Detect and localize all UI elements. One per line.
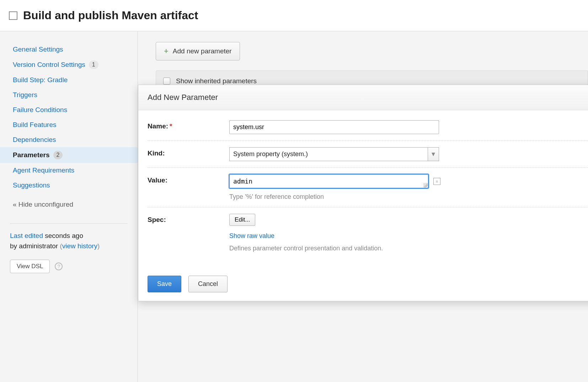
main-content: + Add new parameter Show inherited param…	[138, 31, 588, 382]
sidebar-divider	[10, 223, 128, 224]
value-hint: Type '%' for reference completion	[229, 193, 588, 201]
sidebar-item-label: Version Control Settings	[13, 61, 85, 69]
last-edited-info: Last edited seconds ago by administrator…	[0, 231, 138, 251]
sidebar-item-failure-conditions[interactable]: Failure Conditions	[0, 102, 138, 117]
name-label: Name:*	[148, 120, 229, 130]
value-input[interactable]	[229, 174, 428, 188]
sidebar-item-version-control-settings[interactable]: Version Control Settings1	[0, 57, 138, 73]
chevron-down-icon: ▼	[428, 147, 439, 161]
kind-label: Kind:	[148, 147, 229, 157]
dialog-header: Add New Parameter ✕	[138, 85, 588, 110]
sidebar-item-dependencies[interactable]: Dependencies	[0, 132, 138, 147]
sidebar-item-label: Suggestions	[13, 181, 50, 189]
edit-spec-button[interactable]: Edit...	[229, 214, 255, 226]
value-label: Value:	[148, 174, 229, 184]
page-title: Build and publish Maven artifact	[23, 9, 198, 22]
checkbox-icon	[163, 78, 170, 85]
add-parameter-dialog: Add New Parameter ✕ Name:* Kind: S	[138, 85, 588, 301]
sidebar-item-label: Dependencies	[13, 136, 56, 144]
kind-value: System property (system.)	[229, 147, 428, 161]
badge: 2	[53, 151, 63, 159]
help-icon[interactable]: ?	[55, 262, 63, 270]
spec-label: Spec:	[148, 214, 229, 224]
sidebar-item-agent-requirements[interactable]: Agent Requirements	[0, 163, 138, 178]
sidebar-item-build-step-gradle[interactable]: Build Step: Gradle	[0, 73, 138, 87]
badge: 1	[89, 60, 98, 69]
plus-icon: +	[164, 47, 169, 56]
spec-hint: Defines parameter control presentation a…	[229, 245, 588, 252]
name-input[interactable]	[229, 120, 439, 134]
cancel-button[interactable]: Cancel	[188, 276, 228, 292]
build-config-icon	[9, 11, 17, 20]
show-inherited-checkbox-row[interactable]: Show inherited parameters	[163, 77, 581, 85]
sidebar-item-label: General Settings	[13, 46, 63, 53]
save-button[interactable]: Save	[148, 276, 181, 292]
sidebar: General SettingsVersion Control Settings…	[0, 31, 138, 382]
sidebar-item-label: Failure Conditions	[13, 106, 67, 114]
add-param-label: Add new parameter	[173, 47, 232, 55]
sidebar-item-general-settings[interactable]: General Settings	[0, 42, 138, 57]
add-parameter-button[interactable]: + Add new parameter	[156, 42, 240, 60]
sidebar-item-label: Build Step: Gradle	[13, 76, 68, 84]
sidebar-item-label: Build Features	[13, 121, 57, 129]
sidebar-item-label: Triggers	[13, 91, 37, 99]
sidebar-item-label: Agent Requirements	[13, 166, 74, 174]
dialog-title: Add New Parameter	[148, 93, 218, 102]
sidebar-item-parameters[interactable]: Parameters2	[0, 147, 138, 163]
page-header: Build and publish Maven artifact	[0, 0, 588, 31]
view-dsl-button[interactable]: View DSL	[10, 260, 50, 273]
view-history-link[interactable]: view history	[62, 242, 97, 250]
kind-select[interactable]: System property (system.) ▼	[229, 147, 439, 161]
sidebar-item-suggestions[interactable]: Suggestions	[0, 178, 138, 193]
hide-unconfigured-link[interactable]: « Hide unconfigured	[0, 197, 138, 212]
sidebar-item-label: Parameters	[13, 151, 50, 159]
show-inherited-label: Show inherited parameters	[176, 77, 257, 85]
expand-editor-icon[interactable]: ≡	[433, 178, 440, 185]
sidebar-item-triggers[interactable]: Triggers	[0, 87, 138, 102]
sidebar-item-build-features[interactable]: Build Features	[0, 117, 138, 132]
show-raw-value-link[interactable]: Show raw value	[229, 232, 274, 240]
